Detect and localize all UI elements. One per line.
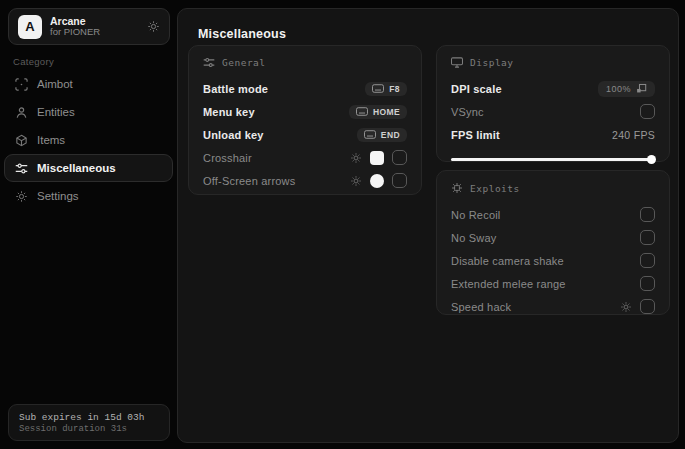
battle-mode-label: Battle mode <box>203 83 268 95</box>
menu-key-keybind-button[interactable]: HOME <box>349 105 407 119</box>
exploits-panel: Exploits No Recoil No Sway Disable camer… <box>436 170 670 315</box>
extended-melee-range-label: Extended melee range <box>451 278 566 290</box>
settings-gear-icon[interactable] <box>147 20 160 33</box>
crosshair-label: Crosshair <box>203 152 252 164</box>
sub-expires-text: Sub expires in 15d 03h <box>19 412 159 423</box>
sliders-icon <box>203 57 215 68</box>
sliders-icon <box>15 162 28 175</box>
monitor-icon <box>451 57 463 68</box>
offscreen-arrows-settings-gear-icon[interactable] <box>350 175 362 187</box>
menu-key-label: Menu key <box>203 106 255 118</box>
exploits-panel-title: Exploits <box>470 183 520 194</box>
offscreen-arrows-checkbox[interactable] <box>392 173 407 188</box>
dpi-scale-row: DPI scale 100% <box>451 77 655 100</box>
subscription-info-card: Sub expires in 15d 03h Session duration … <box>8 404 170 441</box>
unload-key-label: Unload key <box>203 129 264 141</box>
fps-limit-slider[interactable] <box>451 154 655 164</box>
fps-limit-row: FPS limit 240 FPS <box>451 123 655 146</box>
scale-icon <box>636 83 647 94</box>
main-panel: Miscellaneous General Battle mode <box>177 8 679 443</box>
person-icon <box>15 106 28 119</box>
sidebar-nav: Aimbot Entities Items <box>4 70 173 210</box>
disable-camera-shake-label: Disable camera shake <box>451 255 564 267</box>
crosshair-color-swatch[interactable] <box>370 151 384 165</box>
sidebar-item-label: Miscellaneous <box>37 162 116 174</box>
vsync-checkbox[interactable] <box>640 104 655 119</box>
disable-camera-shake-row: Disable camera shake <box>451 249 655 272</box>
fps-limit-label: FPS limit <box>451 129 500 141</box>
extended-melee-range-row: Extended melee range <box>451 272 655 295</box>
crosshair-row: Crosshair <box>203 146 407 169</box>
offscreen-arrows-row: Off-Screen arrows <box>203 169 407 192</box>
fps-slider-fill <box>451 158 655 161</box>
bug-icon <box>451 182 463 194</box>
no-recoil-checkbox[interactable] <box>640 207 655 222</box>
category-label: Category <box>13 56 54 67</box>
vsync-label: VSync <box>451 106 484 118</box>
display-panel-title: Display <box>470 57 514 68</box>
no-recoil-label: No Recoil <box>451 209 501 221</box>
unload-key-row: Unload key END <box>203 123 407 146</box>
general-panel: General Battle mode F8 Menu key <box>188 45 422 195</box>
page-title: Miscellaneous <box>198 27 286 41</box>
app-subtitle: for PIONER <box>50 27 139 38</box>
fps-slider-knob[interactable] <box>647 155 656 164</box>
crosshair-settings-gear-icon[interactable] <box>350 152 362 164</box>
sidebar: A Arcane for PIONER Category <box>0 0 177 449</box>
session-duration-text: Session duration 31s <box>19 424 159 434</box>
app-logo: A <box>18 15 42 39</box>
sidebar-item-items[interactable]: Items <box>4 126 173 154</box>
brand-card: A Arcane for PIONER <box>8 8 170 45</box>
offscreen-arrows-color-swatch[interactable] <box>370 174 384 188</box>
speed-hack-row: Speed hack <box>451 295 655 318</box>
battle-mode-keybind-button[interactable]: F8 <box>365 82 407 96</box>
sidebar-item-label: Aimbot <box>37 78 73 90</box>
speed-hack-settings-gear-icon[interactable] <box>620 301 632 313</box>
sidebar-item-label: Items <box>37 134 65 146</box>
keyboard-icon <box>356 107 368 116</box>
display-panel: Display DPI scale 100% VSync <box>436 45 670 162</box>
sidebar-item-aimbot[interactable]: Aimbot <box>4 70 173 98</box>
sidebar-item-settings[interactable]: Settings <box>4 182 173 210</box>
crosshair-checkbox[interactable] <box>392 150 407 165</box>
no-sway-label: No Sway <box>451 232 496 244</box>
extended-melee-range-checkbox[interactable] <box>640 276 655 291</box>
speed-hack-label: Speed hack <box>451 301 511 313</box>
fps-limit-value: 240 FPS <box>612 129 655 141</box>
box-icon <box>15 134 28 147</box>
no-recoil-row: No Recoil <box>451 203 655 226</box>
offscreen-arrows-label: Off-Screen arrows <box>203 175 295 187</box>
menu-key-row: Menu key HOME <box>203 100 407 123</box>
no-sway-checkbox[interactable] <box>640 230 655 245</box>
crosshair-icon <box>15 78 28 91</box>
vsync-row: VSync <box>451 100 655 123</box>
dpi-scale-label: DPI scale <box>451 83 502 95</box>
disable-camera-shake-checkbox[interactable] <box>640 253 655 268</box>
speed-hack-checkbox[interactable] <box>640 299 655 314</box>
unload-key-keybind-button[interactable]: END <box>357 128 407 142</box>
sidebar-item-entities[interactable]: Entities <box>4 98 173 126</box>
sidebar-item-label: Entities <box>37 106 75 118</box>
app-window: A Arcane for PIONER Category <box>0 0 685 449</box>
battle-mode-row: Battle mode F8 <box>203 77 407 100</box>
dpi-scale-select[interactable]: 100% <box>598 81 655 97</box>
gear-icon <box>15 190 28 203</box>
keyboard-icon <box>372 84 384 93</box>
general-panel-title: General <box>222 57 266 68</box>
sidebar-item-miscellaneous[interactable]: Miscellaneous <box>4 154 173 182</box>
keyboard-icon <box>364 130 376 139</box>
no-sway-row: No Sway <box>451 226 655 249</box>
sidebar-item-label: Settings <box>37 190 79 202</box>
